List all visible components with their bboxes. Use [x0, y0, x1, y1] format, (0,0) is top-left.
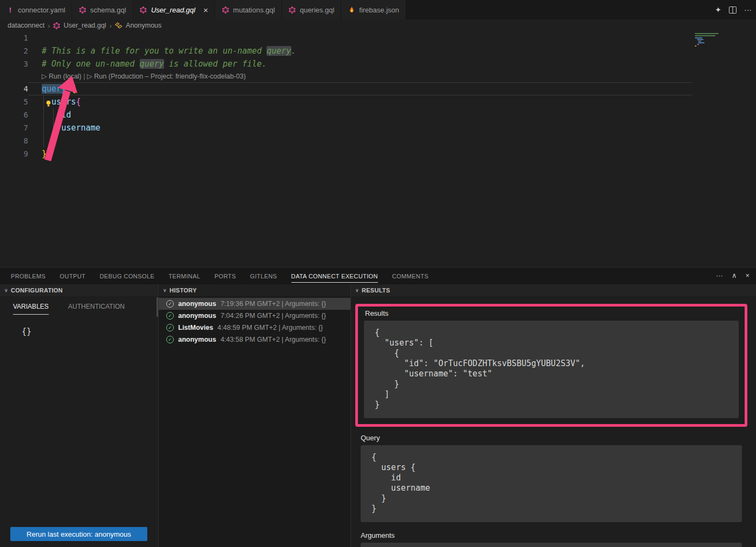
editor-tabs: !connector.yamlschema.gqlUser_read.gql×m…: [0, 0, 406, 19]
line-number: 9: [0, 147, 28, 160]
tab-label: mutations.gql: [233, 6, 275, 14]
history-list: ✓anonymous7:19:36 PM GMT+2 | Arguments: …: [159, 296, 350, 346]
panel-close-icon[interactable]: ×: [745, 271, 750, 279]
panel-maximize-icon[interactable]: ∧: [732, 271, 737, 279]
code-line-1: 1: [0, 31, 756, 44]
panel-tab-problems[interactable]: PROBLEMS: [11, 270, 45, 282]
panel-tab-data-connect-execution[interactable]: DATA CONNECT EXECUTION: [291, 270, 378, 283]
graphql-icon: [221, 6, 229, 14]
line-number: 8: [0, 134, 28, 147]
code-line-content[interactable]: }: [28, 134, 692, 147]
tab-variables[interactable]: VARIABLES: [13, 303, 49, 315]
breadcrumb-item-anonymous[interactable]: Anonymous: [126, 22, 161, 29]
variables-value[interactable]: {}: [22, 327, 158, 336]
history-item[interactable]: ✓anonymous7:19:36 PM GMT+2 | Arguments: …: [159, 298, 350, 310]
tab-label: queries.gql: [300, 6, 335, 14]
tab-label: User_read.gql: [151, 6, 195, 14]
graphql-icon: [289, 6, 296, 14]
results-json: { "users": [ { "id": "OrTucFODZHTksvBSBU…: [364, 321, 739, 418]
code-line-content[interactable]: [28, 31, 692, 44]
scrollbar-thumb[interactable]: [157, 297, 158, 317]
close-icon[interactable]: ×: [204, 6, 208, 14]
code-line-6: 6 id: [0, 108, 756, 121]
minimap[interactable]: [694, 32, 724, 70]
results-label: Results: [365, 309, 739, 317]
run-local-link[interactable]: ▷ Run (local): [42, 73, 82, 80]
breadcrumb-item-dataconnect[interactable]: dataconnect: [8, 22, 44, 29]
code-line-content[interactable]: username: [28, 121, 692, 134]
chevron-down-icon: ∨: [4, 288, 8, 293]
tab-queries-gql[interactable]: queries.gql: [282, 0, 342, 19]
more-actions-icon[interactable]: ···: [744, 5, 752, 14]
history-item-name: anonymous: [178, 312, 216, 320]
panel-tab-bar: PROBLEMSOUTPUTDEBUG CONSOLETERMINALPORTS…: [0, 268, 756, 284]
code-line-3: 3# Only one un-named query is allowed pe…: [0, 57, 756, 70]
history-item-detail: 4:43:58 PM GMT+2 | Arguments: {}: [220, 336, 326, 343]
history-item[interactable]: ✓anonymous7:04:26 PM GMT+2 | Arguments: …: [159, 310, 350, 322]
history-item[interactable]: ✓ListMovies4:48:59 PM GMT+2 | Arguments:…: [159, 322, 350, 334]
tab-connector-yaml[interactable]: !connector.yaml: [0, 0, 72, 19]
breadcrumb-separator: ›: [109, 22, 112, 30]
rerun-button[interactable]: Rerun last execution: anonymous: [10, 527, 147, 541]
history-header[interactable]: ∨ HISTORY: [159, 284, 350, 296]
tab-authentication[interactable]: AUTHENTICATION: [68, 303, 125, 315]
history-item-name: ListMovies: [178, 324, 213, 331]
anonymous-symbol-icon: [115, 22, 122, 29]
tab-mutations-gql[interactable]: mutations.gql: [215, 0, 282, 19]
tab-schema-gql[interactable]: schema.gql: [72, 0, 133, 19]
configuration-tabs: VARIABLES AUTHENTICATION: [0, 296, 158, 315]
code-line-4: 4query {: [0, 82, 756, 95]
code-line-content[interactable]: }: [28, 147, 692, 160]
line-number: 3: [0, 57, 28, 70]
panel-tab-comments[interactable]: COMMENTS: [392, 270, 428, 282]
code-editor[interactable]: 12# This is a file for you to write an u…: [0, 31, 756, 267]
panel-actions: ··· ∧ ×: [716, 271, 750, 279]
code-line-8: 8 }: [0, 134, 756, 147]
tab-user-read-gql[interactable]: User_read.gql×: [133, 0, 215, 19]
configuration-section: ∨ CONFIGURATION VARIABLES AUTHENTICATION…: [0, 284, 159, 547]
chevron-down-icon: ∨: [355, 288, 359, 293]
graphql-icon: [140, 6, 147, 14]
code-line-7: 7 username: [0, 121, 756, 134]
code-line-content[interactable]: users{: [28, 95, 692, 108]
history-item-detail: 7:04:26 PM GMT+2 | Arguments: {}: [220, 312, 326, 320]
tab-label: connector.yaml: [18, 6, 65, 14]
arguments-label: Arguments: [361, 531, 756, 539]
split-editor-icon[interactable]: [729, 6, 737, 14]
panel-tab-ports[interactable]: PORTS: [214, 270, 236, 282]
history-item-name: anonymous: [178, 336, 216, 343]
panel-tab-terminal[interactable]: TERMINAL: [168, 270, 200, 282]
code-line-content[interactable]: # Only one un-named query is allowed per…: [28, 57, 692, 70]
history-section: ∨ HISTORY ✓anonymous7:19:36 PM GMT+2 | A…: [159, 284, 351, 547]
codelens-divider: |: [82, 73, 87, 80]
code-line-content[interactable]: id: [28, 108, 692, 121]
breadcrumb-item-file[interactable]: User_read.gql: [63, 22, 106, 29]
editor-actions: ✦ ···: [715, 0, 752, 19]
line-number: 6: [0, 108, 28, 121]
editor-tab-bar: !connector.yamlschema.gqlUser_read.gql×m…: [0, 0, 756, 19]
code-line-content[interactable]: query {: [28, 82, 692, 95]
arguments-code: {}: [361, 543, 742, 547]
panel-tab-output[interactable]: OUTPUT: [60, 270, 86, 282]
copilot-icon[interactable]: ✦: [715, 5, 721, 14]
line-number: 4: [0, 82, 28, 95]
line-number: 1: [0, 31, 28, 44]
tab-label: schema.gql: [90, 6, 126, 14]
results-header[interactable]: ∨ RESULTS: [351, 284, 756, 296]
tab-firebase-json[interactable]: firebase.json: [341, 0, 406, 19]
panel-tab-gitlens[interactable]: GITLENS: [250, 270, 277, 282]
warning-icon: !: [6, 6, 14, 14]
run-production-link[interactable]: ▷ Run (Production – Project: friendly-fl…: [87, 73, 246, 80]
line-number: 2: [0, 44, 28, 57]
configuration-header[interactable]: ∨ CONFIGURATION: [0, 284, 158, 296]
history-item-detail: 4:48:59 PM GMT+2 | Arguments: {}: [218, 324, 323, 331]
query-code: { users { id username } }: [361, 445, 742, 522]
panel-more-icon[interactable]: ···: [716, 271, 723, 279]
tab-label: firebase.json: [359, 6, 399, 14]
history-item[interactable]: ✓anonymous4:43:58 PM GMT+2 | Arguments: …: [159, 334, 350, 346]
code-line-content[interactable]: # This is a file for you to write an un-…: [28, 44, 692, 57]
panel-tab-debug-console[interactable]: DEBUG CONSOLE: [100, 270, 154, 282]
line-number: 5: [0, 95, 28, 108]
indent-guide: [43, 95, 44, 147]
code-line-5: 5 users{: [0, 95, 756, 108]
